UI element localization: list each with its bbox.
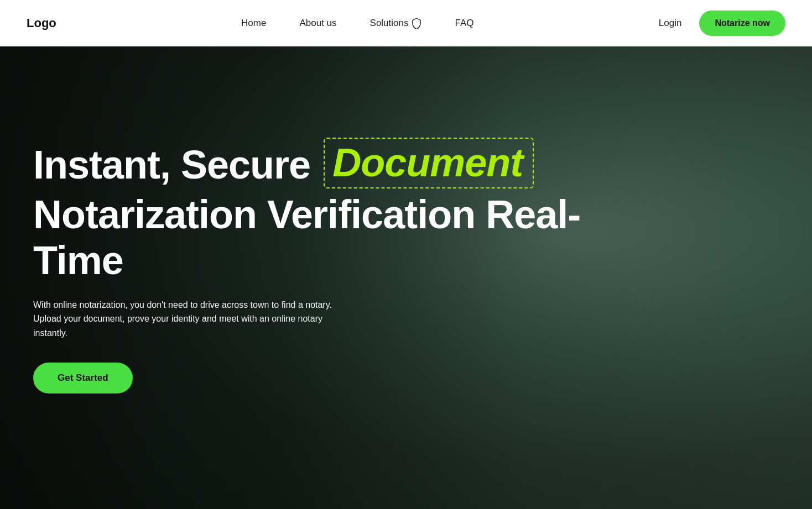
hero-headline-line1: Instant, Secure Document xyxy=(33,140,779,190)
hero-section: Instant, Secure Document Notarization Ve… xyxy=(0,46,812,509)
notarize-now-button[interactable]: Notarize now xyxy=(699,11,785,36)
hero-document-box: Document xyxy=(324,138,534,188)
hero-title-part1: Instant, Secure xyxy=(33,143,310,187)
navbar: Logo Home About us Solutions FAQ Login N… xyxy=(0,0,812,46)
nav-links: Home About us Solutions FAQ xyxy=(241,18,473,29)
nav-solutions-label: Solutions xyxy=(370,18,409,29)
get-started-button[interactable]: Get Started xyxy=(33,363,133,393)
shield-icon xyxy=(412,18,421,29)
site-logo[interactable]: Logo xyxy=(27,16,56,30)
nav-home[interactable]: Home xyxy=(241,18,266,28)
nav-right: Login Notarize now xyxy=(659,11,785,36)
hero-subtitle: With online notarization, you don't need… xyxy=(33,298,343,340)
hero-title-line3: Time xyxy=(33,239,779,282)
hero-title-line2: Notarization Verification Real- xyxy=(33,193,779,237)
nav-solutions[interactable]: Solutions xyxy=(370,18,422,29)
hero-document-word: Document xyxy=(332,140,523,185)
hero-content: Instant, Secure Document Notarization Ve… xyxy=(0,46,812,509)
nav-faq[interactable]: FAQ xyxy=(455,18,473,28)
nav-about[interactable]: About us xyxy=(299,18,336,28)
login-link[interactable]: Login xyxy=(659,18,682,29)
